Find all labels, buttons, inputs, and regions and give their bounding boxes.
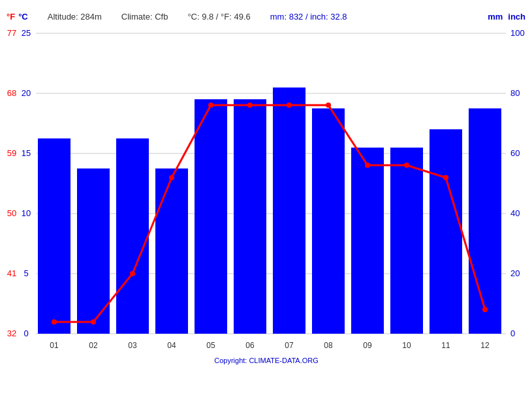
svg-text:40: 40 [510, 208, 520, 218]
temp-dot-11 [443, 175, 448, 180]
svg-text:20: 20 [22, 88, 31, 98]
svg-text:41: 41 [7, 268, 16, 278]
bar-07 [273, 88, 305, 334]
svg-text:68: 68 [7, 88, 16, 98]
svg-text:50: 50 [7, 208, 16, 218]
svg-text:0: 0 [510, 328, 515, 338]
svg-text:0: 0 [23, 328, 28, 338]
bar-10 [390, 148, 423, 334]
month-10: 10 [402, 341, 411, 350]
bar-04 [155, 168, 188, 334]
month-05: 05 [206, 341, 215, 350]
temp-dot-07 [287, 103, 292, 108]
temp-dot-06 [247, 103, 253, 108]
altitude-label: Altitude: 284m [48, 12, 102, 22]
bar-03 [116, 138, 149, 334]
bar-09 [351, 148, 384, 334]
chart-area: 77 68 59 50 41 32 25 20 15 10 5 0 100 80… [0, 27, 532, 366]
celsius-label: °C [18, 12, 28, 22]
bar-05 [195, 99, 227, 334]
temp-dot-05 [208, 103, 213, 108]
bar-08 [312, 108, 345, 334]
svg-text:32: 32 [7, 328, 16, 338]
bar-11 [430, 129, 462, 334]
month-12: 12 [480, 341, 490, 350]
temp-dot-10 [404, 163, 409, 168]
month-01: 01 [50, 341, 59, 350]
svg-text:100: 100 [510, 28, 525, 38]
temp-dot-09 [365, 163, 370, 168]
month-02: 02 [89, 341, 98, 350]
temp-stats: °C: 9.8 / °F: 49.6 [187, 12, 250, 22]
climate-label: Climate: Cfb [121, 12, 168, 22]
axis-labels: °F °C [7, 12, 28, 22]
bar-01 [38, 138, 70, 334]
month-09: 09 [363, 341, 372, 350]
inch-label: inch [508, 12, 525, 22]
temp-dot-04 [169, 175, 174, 180]
svg-text:15: 15 [22, 148, 31, 158]
chart-container: °F °C Altitude: 284m Climate: Cfb °C: 9.… [0, 0, 532, 399]
svg-text:59: 59 [7, 148, 16, 158]
month-11: 11 [441, 341, 450, 350]
month-08: 08 [324, 341, 333, 350]
svg-text:77: 77 [7, 28, 16, 38]
svg-text:80: 80 [510, 88, 520, 98]
temp-dot-08 [326, 103, 331, 108]
copyright: Copyright: CLIMATE-DATA.ORG [214, 357, 319, 364]
svg-text:20: 20 [510, 268, 520, 278]
month-07: 07 [285, 341, 294, 350]
mm-label: mm [488, 12, 503, 22]
chart-header: °F °C Altitude: 284m Climate: Cfb °C: 9.… [0, 7, 532, 27]
svg-text:5: 5 [23, 268, 28, 278]
temp-dot-01 [52, 319, 57, 325]
temp-dot-12 [482, 307, 488, 312]
mm-stats: mm: 832 / inch: 32.8 [270, 12, 347, 22]
month-03: 03 [128, 341, 137, 350]
right-axis-labels: mm inch [488, 12, 525, 22]
svg-text:25: 25 [22, 28, 31, 38]
bar-12 [469, 108, 501, 334]
svg-text:10: 10 [22, 208, 31, 218]
fahrenheit-label: °F [7, 12, 15, 22]
bar-06 [234, 99, 266, 334]
chart-svg: 77 68 59 50 41 32 25 20 15 10 5 0 100 80… [0, 27, 532, 366]
temp-dot-03 [130, 271, 135, 276]
month-04: 04 [167, 341, 176, 350]
svg-text:60: 60 [510, 148, 520, 158]
temp-dot-02 [91, 319, 96, 325]
month-06: 06 [245, 341, 255, 350]
